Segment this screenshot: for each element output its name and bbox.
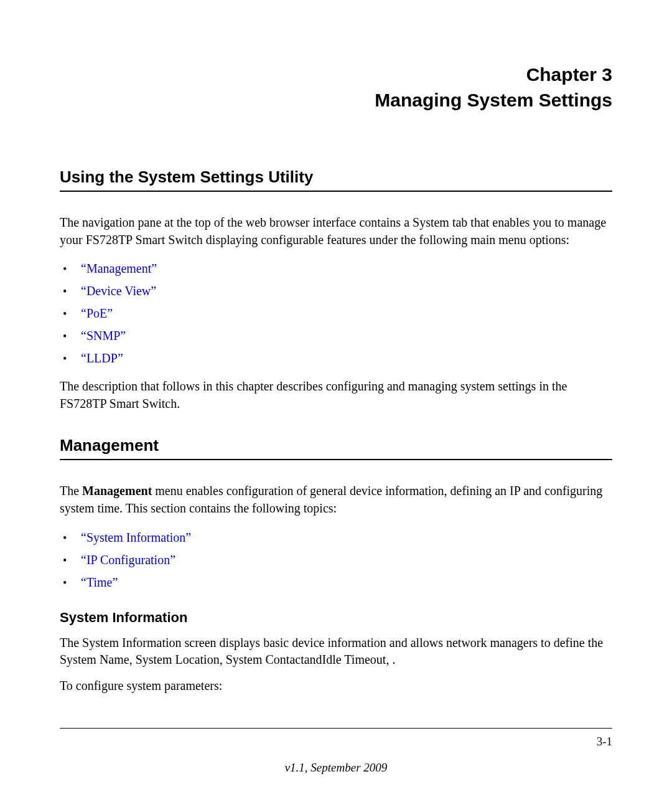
- page-container: Chapter 3 Managing System Settings Using…: [0, 0, 672, 807]
- bullet-icon: •: [60, 573, 81, 593]
- link-device-view[interactable]: “Device View”: [81, 280, 156, 302]
- list-item: •“IP Configuration”: [60, 549, 612, 571]
- bullet-icon: •: [60, 528, 81, 548]
- page-footer: 3-1 v1.1, September 2009: [60, 728, 612, 775]
- paragraph: To configure system parameters:: [60, 677, 612, 695]
- bullet-icon: •: [60, 281, 81, 301]
- link-poe[interactable]: “PoE”: [81, 302, 113, 324]
- list-item: •“LLDP”: [60, 347, 612, 369]
- link-management[interactable]: “Management”: [81, 257, 157, 280]
- list-item: •“Time”: [60, 571, 612, 593]
- bullet-icon: •: [60, 259, 81, 279]
- menu-options-list: •“Management” •“Device View” •“PoE” •“SN…: [60, 257, 612, 369]
- link-ip-configuration[interactable]: “IP Configuration”: [81, 549, 175, 571]
- link-lldp[interactable]: “LLDP”: [81, 347, 123, 369]
- footer-rule: [60, 728, 612, 729]
- bullet-icon: •: [60, 304, 81, 324]
- version-label: v1.1, September 2009: [60, 761, 612, 775]
- chapter-title: Managing System Settings: [60, 88, 612, 113]
- list-item: •“SNMP”: [60, 324, 612, 347]
- chapter-heading: Chapter 3 Managing System Settings: [60, 62, 612, 113]
- bullet-icon: •: [60, 326, 81, 346]
- list-item: •“System Information”: [60, 526, 612, 549]
- section-heading-management: Management: [60, 436, 612, 460]
- sub-heading-system-information: System Information: [60, 610, 612, 626]
- paragraph: The System Information screen displays b…: [60, 635, 612, 669]
- list-item: •“Management”: [60, 257, 612, 280]
- bullet-icon: •: [60, 349, 81, 369]
- list-item: •“Device View”: [60, 280, 612, 302]
- link-time[interactable]: “Time”: [81, 571, 118, 593]
- list-item: •“PoE”: [60, 302, 612, 324]
- section-heading-using-utility: Using the System Settings Utility: [60, 168, 612, 192]
- text-bold: Management: [82, 484, 152, 498]
- management-topics-list: •“System Information” •“IP Configuration…: [60, 526, 612, 593]
- bullet-icon: •: [60, 550, 81, 570]
- text: The: [60, 484, 82, 498]
- chapter-label: Chapter 3: [60, 62, 612, 88]
- paragraph: The navigation pane at the top of the we…: [60, 214, 612, 248]
- link-system-information[interactable]: “System Information”: [81, 526, 191, 549]
- page-number: 3-1: [60, 735, 612, 748]
- paragraph: The description that follows in this cha…: [60, 378, 612, 412]
- link-snmp[interactable]: “SNMP”: [81, 324, 126, 347]
- paragraph: The Management menu enables configuratio…: [60, 483, 612, 517]
